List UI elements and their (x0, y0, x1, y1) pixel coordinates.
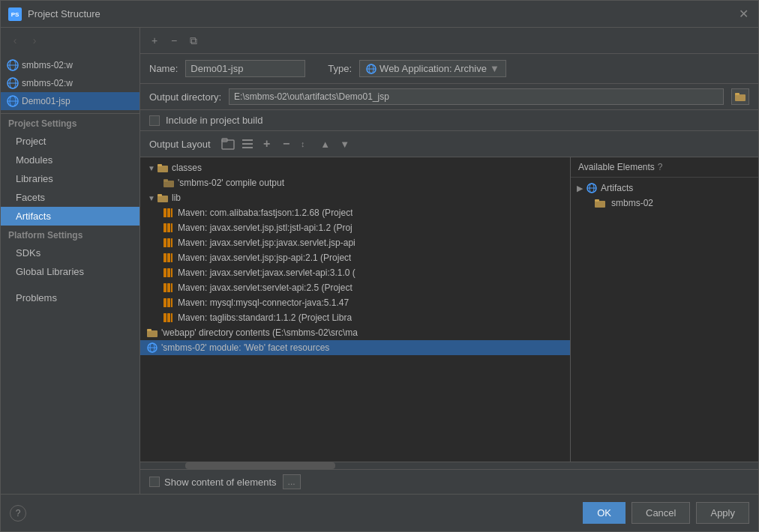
project-settings-label: Project Settings (1, 114, 140, 132)
folder-icon-classes (157, 162, 169, 174)
forward-button[interactable]: › (26, 32, 43, 49)
back-button[interactable]: ‹ (7, 32, 23, 49)
layout-lines-button[interactable] (239, 136, 256, 152)
lines-icon (241, 137, 254, 151)
show-content-checkbox[interactable] (149, 477, 160, 487)
artifact-name-1: smbms-02:w (22, 78, 73, 88)
tree-label-jsp-api: Maven: javax.servlet.jsp:javax.servlet.j… (178, 238, 356, 248)
svg-rect-40 (164, 268, 166, 277)
close-button[interactable]: ✕ (736, 7, 751, 22)
svg-rect-39 (171, 253, 172, 262)
tree-item-jstl[interactable]: Maven: javax.servlet.jsp.jstl:jstl-api:1… (140, 220, 570, 235)
av-artifacts-group[interactable]: ▶ Artifacts (571, 181, 758, 196)
nav-buttons: ‹ › (1, 28, 140, 53)
maven-icon-servlet25 (163, 282, 175, 294)
svg-rect-52 (147, 330, 158, 337)
ellipsis-button[interactable]: ... (283, 474, 301, 489)
remove-artifact-button[interactable]: − (166, 32, 182, 49)
sidebar-item-artifacts[interactable]: Artifacts (1, 207, 140, 226)
tree-item-jsp-api21[interactable]: Maven: javax.servlet.jsp:jsp-api:2.1 (Pr… (140, 250, 570, 265)
sidebar-item-global-libraries[interactable]: Global Libraries (1, 262, 140, 281)
layout-remove-item-button[interactable]: − (278, 136, 295, 152)
ok-button[interactable]: OK (583, 502, 626, 524)
layout-up-button[interactable]: ▲ (317, 136, 334, 152)
available-elements-header: Available Elements ? (571, 157, 758, 178)
tree-item-classes[interactable]: ▼ classes (140, 160, 570, 175)
tree-item-mysql[interactable]: Maven: mysql:mysql-connector-java:5.1.47 (140, 295, 570, 310)
svg-rect-22 (158, 166, 168, 172)
artifact-item-0[interactable]: smbms-02:w (1, 56, 140, 74)
web-app-icon (366, 64, 376, 74)
artifact-item-1[interactable]: smbms-02:w (1, 74, 140, 92)
layout-down-button[interactable]: ▼ (337, 136, 353, 152)
folder-add-icon (221, 137, 235, 151)
show-content-row: Show content of elements (149, 477, 277, 488)
sidebar-item-facets[interactable]: Facets (1, 188, 140, 207)
cancel-button[interactable]: Cancel (632, 502, 690, 524)
sort-icon: ↕ (300, 138, 312, 150)
tree-label-lib: lib (172, 193, 181, 203)
dialog-title: Project Structure (28, 8, 736, 19)
svg-rect-49 (164, 313, 166, 322)
tree-item-web-facet[interactable]: 'smbms-02' module: 'Web' facet resources (140, 340, 570, 355)
include-build-checkbox[interactable] (149, 115, 160, 126)
svg-rect-42 (171, 268, 172, 277)
folder-open-icon (735, 92, 746, 101)
sidebar-item-libraries[interactable]: Libraries (1, 169, 140, 188)
tree-item-servlet25[interactable]: Maven: javax.servlet:servlet-api:2.5 (Pr… (140, 280, 570, 295)
main-toolbar: + − ⧉ (140, 28, 758, 54)
artifact-item-2[interactable]: Demo01-jsp (1, 92, 140, 110)
svg-rect-43 (164, 283, 166, 292)
svg-rect-27 (158, 194, 162, 196)
svg-rect-30 (171, 208, 172, 217)
output-dir-input[interactable] (229, 88, 724, 105)
available-elements-label: Available Elements (578, 162, 655, 172)
apply-button[interactable]: Apply (696, 502, 749, 524)
tree-label-servlet31: Maven: javax.servlet:javax.servlet-api:3… (178, 267, 356, 278)
svg-rect-47 (167, 298, 170, 307)
tree-item-taglibs[interactable]: Maven: taglibs:standard:1.1.2 (Project L… (140, 310, 570, 325)
tree-label-jsp21: Maven: javax.servlet.jsp:jsp-api:2.1 (Pr… (178, 253, 351, 263)
file-tree[interactable]: ▼ classes (140, 157, 571, 462)
tree-item-lib[interactable]: ▼ lib (140, 190, 570, 205)
artifact-name-2: Demo01-jsp (22, 96, 70, 106)
av-arrow-artifacts: ▶ (577, 184, 583, 193)
svg-rect-61 (595, 199, 599, 202)
output-layout-header: Output Layout + (140, 131, 758, 157)
horizontal-scrollbar[interactable] (140, 462, 758, 469)
show-content-label: Show content of elements (164, 477, 277, 488)
browse-dir-button[interactable] (731, 88, 749, 105)
available-elements-panel: Available Elements ? ▶ (571, 157, 758, 462)
artifacts-list: smbms-02:w smbms-02:w (1, 53, 140, 114)
folder-icon-lib (157, 192, 169, 204)
av-smbms02-label: smbms-02 (611, 198, 653, 208)
av-artifacts-icon (586, 183, 598, 193)
name-label: Name: (149, 63, 178, 74)
layout-add-button[interactable] (220, 136, 236, 152)
app-icon: PS (8, 7, 22, 21)
layout-sort-button[interactable]: ↕ (298, 136, 314, 152)
artifact-icon-2 (7, 95, 19, 107)
help-button[interactable]: ? (10, 505, 26, 522)
available-elements-help[interactable]: ? (658, 162, 663, 172)
name-input[interactable] (185, 60, 305, 77)
sidebar-item-problems[interactable]: Problems (1, 288, 140, 307)
av-artifacts-label: Artifacts (601, 183, 633, 193)
artifact-icon-0 (7, 59, 19, 71)
type-select[interactable]: Web Application: Archive ▼ (359, 60, 506, 77)
layout-add-item-button[interactable]: + (259, 136, 275, 152)
bottom-bar: Show content of elements ... (140, 469, 758, 494)
sidebar-item-sdks[interactable]: SDKs (1, 244, 140, 262)
tree-item-servlet31[interactable]: Maven: javax.servlet:javax.servlet-api:3… (140, 265, 570, 280)
svg-rect-37 (164, 253, 166, 262)
tree-item-fastjson[interactable]: Maven: com.alibaba:fastjson:1.2.68 (Proj… (140, 205, 570, 220)
av-smbms-02-item[interactable]: smbms-02 (571, 196, 758, 211)
tree-item-webapp[interactable]: 'webapp' directory contents (E:\smbms-02… (140, 325, 570, 340)
tree-item-compile-output[interactable]: 'smbms-02' compile output (140, 175, 570, 190)
copy-artifact-button[interactable]: ⧉ (185, 32, 202, 49)
add-artifact-button[interactable]: + (146, 32, 163, 49)
tree-label-mysql: Maven: mysql:mysql-connector-java:5.1.47 (178, 297, 349, 308)
sidebar-item-modules[interactable]: Modules (1, 151, 140, 169)
sidebar-item-project[interactable]: Project (1, 132, 140, 151)
tree-item-jsp-api[interactable]: Maven: javax.servlet.jsp:javax.servlet.j… (140, 235, 570, 250)
